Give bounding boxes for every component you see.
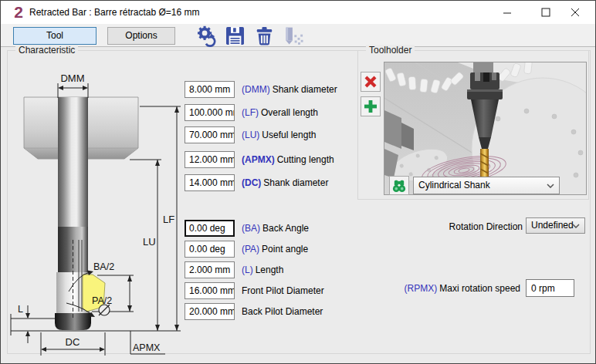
toolbar: Tool Options (1, 24, 595, 47)
length-code: (L) (242, 265, 253, 275)
apmx-code: (APMX) (242, 154, 275, 165)
tool-diagram: DMM LF LU L DC (8, 66, 186, 356)
diagram-label-lu: LU (143, 236, 156, 248)
close-icon (570, 7, 581, 18)
rotation-direction-value: Undefined (531, 220, 574, 231)
tab-tool[interactable]: Tool (13, 27, 97, 45)
minimize-icon (502, 7, 513, 18)
lu-label: Useful length (262, 130, 316, 140)
binoculars-icon (391, 178, 408, 194)
rpmx-label: (RPMX)Maxi rotation speed (387, 283, 520, 294)
window-title: Retracted Bar : Barre rétractab Ø=16 mm (29, 7, 199, 18)
close-button[interactable] (558, 1, 592, 24)
toolholder-preview-image (384, 62, 587, 195)
apmx-label: Cutting length (277, 154, 334, 165)
delete-button[interactable] (253, 25, 276, 47)
front-pilot-input[interactable] (185, 282, 235, 299)
settings-refresh-button[interactable] (195, 25, 218, 47)
diagram-label-dmm: DMM (60, 72, 84, 84)
toolholder-add-button[interactable] (361, 96, 381, 116)
ba-label: Back Angle (262, 223, 309, 234)
maximize-icon (540, 7, 551, 18)
dc-code: (DC) (242, 177, 261, 188)
length-input[interactable] (185, 261, 235, 278)
tool-definition-dialog: 2 Retracted Bar : Barre rétractab Ø=16 m… (0, 0, 596, 364)
tab-options[interactable]: Options (107, 27, 175, 45)
diagram-label-dc: DC (66, 336, 80, 348)
lu-input[interactable] (185, 126, 235, 143)
settings-refresh-icon (195, 25, 218, 47)
back-pilot-input[interactable] (185, 303, 235, 320)
apmx-input[interactable] (185, 151, 235, 168)
simulation-disabled-icon (282, 25, 304, 47)
back-pilot-label: Back Pilot Diameter (242, 306, 323, 317)
pa-input[interactable] (185, 241, 235, 258)
delete-icon (253, 25, 276, 47)
chevron-down-icon (572, 224, 580, 228)
simulation-button[interactable] (282, 25, 304, 47)
lf-input[interactable] (185, 104, 235, 121)
rpmx-input[interactable] (526, 279, 574, 297)
diagram-label-apmx: APMX (133, 342, 161, 353)
diagram-label-lf: LF (163, 214, 174, 225)
diameter-symbol (99, 305, 110, 315)
red-x-icon (363, 74, 378, 89)
dc-label: Shank diameter (263, 177, 328, 188)
diagram-label-ba2: BA/2 (93, 261, 114, 272)
front-pilot-label: Front Pilot Diameter (242, 285, 324, 296)
shank-type-dropdown[interactable]: Cylindrical Shank (413, 177, 560, 194)
dc-input[interactable] (185, 174, 235, 191)
characteristic-group-title: Characteristic (15, 45, 78, 56)
title-bar: 2 Retracted Bar : Barre rétractab Ø=16 m… (1, 1, 595, 24)
rotation-direction-label: Rotation Direction (418, 221, 523, 232)
minimize-button[interactable] (490, 1, 524, 24)
toolholder-group-title: Toolholder (366, 45, 415, 56)
diagram-label-l: L (18, 304, 23, 315)
search-toolholder-button[interactable] (389, 176, 409, 195)
lf-code: (LF) (242, 107, 259, 118)
ba-input[interactable] (185, 220, 235, 237)
lf-label: Overall length (261, 107, 318, 118)
pa-code: (PA) (242, 244, 259, 254)
save-button[interactable] (224, 25, 246, 47)
dmm-label: Shank diameter (273, 84, 337, 95)
lu-code: (LU) (242, 130, 259, 140)
shank-type-value: Cylindrical Shank (418, 180, 490, 190)
save-icon (224, 25, 246, 47)
length-label: Length (256, 265, 284, 275)
toolholder-delete-button[interactable] (361, 72, 381, 92)
chevron-down-icon (547, 184, 554, 188)
dmm-input[interactable] (185, 81, 235, 98)
ba-code: (BA) (242, 223, 260, 234)
rpmx-code: (RPMX) (405, 283, 438, 294)
app-logo-icon: 2 (10, 3, 27, 22)
dmm-code: (DMM) (242, 84, 270, 95)
rotation-direction-dropdown[interactable]: Undefined (526, 217, 585, 234)
pa-label: Point angle (262, 244, 308, 254)
green-plus-icon (363, 99, 378, 114)
